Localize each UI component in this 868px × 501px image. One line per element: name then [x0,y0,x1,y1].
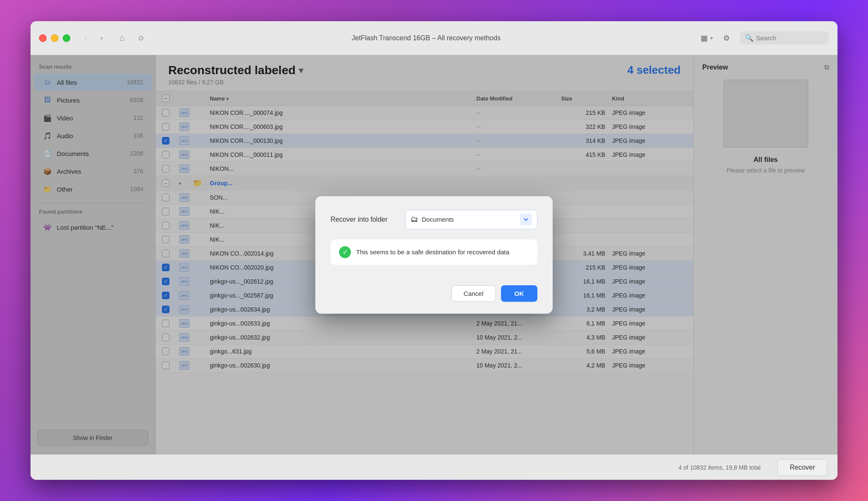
titlebar: ‹ › ⌂ ⊙ JetFlash Transcend 16GB – All re… [31,21,837,55]
window-title: JetFlash Transcend 16GB – All recovery m… [152,34,701,42]
modal-overlay: Recover into folder 🗂 Documents ✓ This s… [31,55,837,454]
folder-chevron-icon[interactable] [520,214,532,225]
search-box[interactable]: 🔍 [740,31,829,45]
recover-button[interactable]: Recover [777,459,827,476]
folder-name-text: Documents [422,216,517,223]
maximize-button[interactable] [63,34,70,42]
view-icon: ▦ [701,33,708,43]
close-button[interactable] [39,34,47,42]
home-button[interactable]: ⌂ [114,31,130,46]
bottom-bar: 4 of 10832 items, 19,8 MB total Recover [31,454,837,480]
modal-message-text: This seems to be a safe destination for … [356,248,509,256]
traffic-lights [39,34,70,42]
forward-button[interactable]: › [95,31,108,45]
recover-dialog: Recover into folder 🗂 Documents ✓ This s… [315,196,553,314]
view-toggle[interactable]: ▦ ▾ [701,33,713,43]
search-input[interactable] [756,34,824,42]
share-button[interactable]: ⊙ [133,31,148,46]
modal-folder-row: Recover into folder 🗂 Documents [331,210,537,229]
modal-recover-label: Recover into folder [331,216,398,223]
success-icon: ✓ [339,246,351,258]
folder-selector[interactable]: 🗂 Documents [405,210,537,229]
main-window: ‹ › ⌂ ⊙ JetFlash Transcend 16GB – All re… [31,21,837,480]
search-icon: 🔍 [745,34,754,42]
titlebar-right: ▦ ▾ ⚙ 🔍 [701,31,829,45]
folder-emoji: 🗂 [411,215,418,224]
modal-body: Recover into folder 🗂 Documents ✓ This s… [315,196,553,285]
back-button[interactable]: ‹ [79,31,92,45]
nav-buttons: ‹ › [79,31,108,45]
settings-icon[interactable]: ⚙ [720,31,733,45]
bottom-info: 4 of 10832 items, 19,8 MB total [41,464,760,471]
cancel-button[interactable]: Cancel [451,285,496,302]
ok-button[interactable]: OK [501,285,538,302]
modal-buttons: Cancel OK [315,285,553,314]
modal-message: ✓ This seems to be a safe destination fo… [331,239,537,265]
minimize-button[interactable] [51,34,58,42]
view-chevron-icon: ▾ [710,35,713,41]
